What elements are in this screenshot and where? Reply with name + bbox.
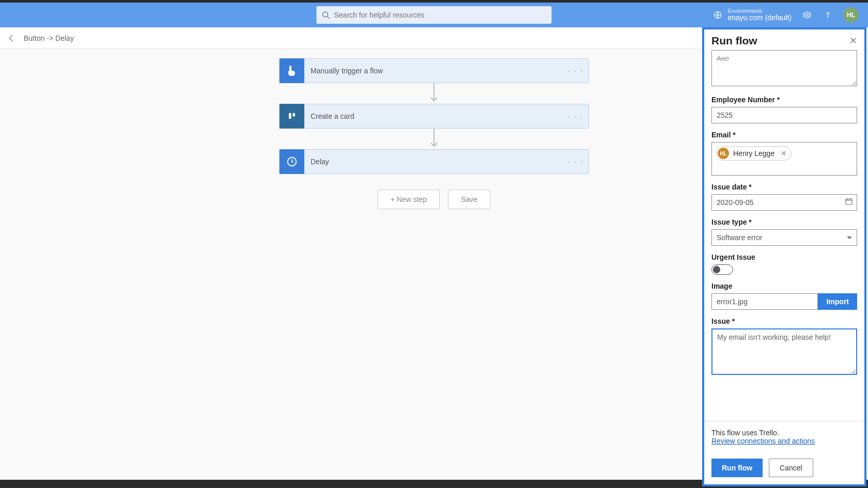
step-menu-icon[interactable]: · · · bbox=[568, 67, 583, 75]
svg-rect-7 bbox=[289, 113, 291, 119]
chip-avatar: HL bbox=[718, 148, 729, 159]
step-create-card[interactable]: Create a card · · · bbox=[279, 104, 589, 129]
search-icon bbox=[322, 11, 330, 19]
email-label: Email * bbox=[711, 131, 857, 139]
svg-rect-8 bbox=[292, 113, 295, 116]
top-bar: Environments enayu.com (default) HL bbox=[0, 3, 868, 27]
breadcrumb: Button -> Delay bbox=[24, 34, 74, 42]
toggle-knob bbox=[713, 266, 720, 273]
panel-title: Run flow bbox=[711, 35, 757, 47]
close-icon[interactable]: ✕ bbox=[849, 35, 857, 46]
clock-icon bbox=[280, 149, 304, 174]
step-menu-icon[interactable]: · · · bbox=[568, 158, 583, 166]
issue-label: Issue * bbox=[711, 317, 857, 325]
back-arrow-icon[interactable] bbox=[6, 33, 17, 43]
step-delay[interactable]: Delay · · · bbox=[279, 149, 589, 174]
touch-icon bbox=[280, 58, 304, 83]
employee-number-input[interactable] bbox=[711, 107, 857, 123]
environment-icon bbox=[713, 10, 722, 20]
svg-point-0 bbox=[323, 12, 328, 17]
svg-point-3 bbox=[806, 14, 809, 17]
connections-section: This flow uses Trello. Review connection… bbox=[704, 421, 864, 452]
email-people-picker[interactable]: HL Henry Legge ✕ bbox=[711, 142, 857, 176]
environment-picker[interactable]: Environments enayu.com (default) bbox=[713, 8, 792, 22]
environment-name: enayu.com (default) bbox=[727, 14, 792, 22]
urgent-label: Urgent Issue bbox=[711, 253, 857, 261]
step-title: Delay bbox=[311, 158, 329, 166]
urgent-toggle[interactable] bbox=[711, 264, 733, 275]
employee-number-label: Employee Number * bbox=[711, 96, 857, 104]
help-icon[interactable] bbox=[823, 10, 833, 20]
save-button[interactable]: Save bbox=[448, 190, 490, 209]
step-trigger[interactable]: Manually trigger a flow · · · bbox=[279, 58, 589, 83]
trello-icon bbox=[280, 104, 304, 129]
environment-label: Environments bbox=[727, 8, 792, 14]
connector-arrow bbox=[279, 83, 589, 104]
image-filename-input[interactable] bbox=[711, 293, 818, 310]
panel-scroll[interactable]: Employee Number * Email * HL Henry Legge… bbox=[704, 50, 864, 421]
step-menu-icon[interactable]: · · · bbox=[568, 112, 583, 120]
svg-point-4 bbox=[827, 17, 828, 17]
new-step-button[interactable]: + New step bbox=[378, 190, 440, 209]
name-field[interactable] bbox=[711, 50, 857, 86]
review-connections-link[interactable]: Review connections and actions bbox=[711, 437, 815, 445]
image-label: Image bbox=[711, 282, 857, 290]
connections-text: This flow uses Trello. bbox=[711, 429, 857, 437]
svg-line-1 bbox=[328, 17, 330, 19]
cancel-button[interactable]: Cancel bbox=[769, 459, 813, 477]
people-chip[interactable]: HL Henry Legge ✕ bbox=[716, 146, 792, 161]
settings-icon[interactable] bbox=[802, 10, 812, 20]
user-avatar[interactable]: HL bbox=[843, 7, 859, 23]
step-title: Manually trigger a flow bbox=[311, 67, 383, 75]
chip-remove-icon[interactable]: ✕ bbox=[781, 149, 787, 158]
issue-textarea[interactable] bbox=[711, 328, 857, 375]
issue-date-input[interactable] bbox=[711, 194, 857, 211]
chip-name: Henry Legge bbox=[733, 149, 774, 158]
issue-type-select[interactable] bbox=[711, 229, 857, 246]
search-box[interactable] bbox=[317, 6, 552, 24]
search-input[interactable] bbox=[334, 11, 547, 19]
connector-arrow bbox=[279, 129, 589, 149]
run-flow-panel: Run flow ✕ Employee Number * Email * HL … bbox=[702, 27, 866, 486]
import-button[interactable]: Import bbox=[818, 293, 857, 310]
run-flow-button[interactable]: Run flow bbox=[711, 459, 763, 477]
issue-type-label: Issue type * bbox=[711, 218, 857, 226]
issue-date-label: Issue date * bbox=[711, 183, 857, 191]
step-title: Create a card bbox=[311, 112, 354, 120]
